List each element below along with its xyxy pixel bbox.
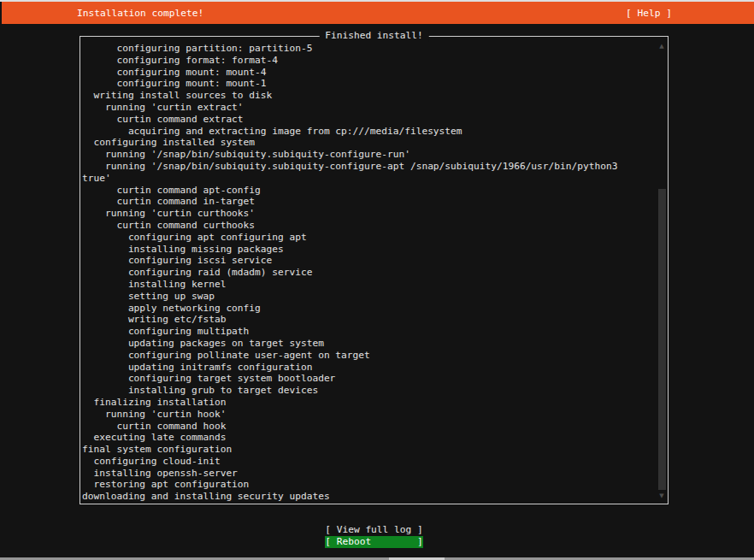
reboot-row: [ Reboot ] bbox=[80, 536, 669, 548]
header-bar: Installation complete! [ Help ] bbox=[2, 2, 754, 24]
help-button[interactable]: [ Help ] bbox=[626, 8, 672, 19]
scroll-down-icon[interactable]: ▼ bbox=[657, 492, 666, 500]
installer-screen: Installation complete! [ Help ] Finished… bbox=[0, 0, 754, 560]
scrollbar-thumb[interactable] bbox=[658, 189, 666, 490]
view-full-log-row: [ View full log ] bbox=[80, 524, 669, 536]
view-full-log-button[interactable]: [ View full log ] bbox=[325, 524, 423, 535]
install-log-text: configuring partition: partition-5 confi… bbox=[80, 37, 668, 503]
scroll-up-icon[interactable]: ▲ bbox=[657, 42, 666, 50]
finished-install-panel: Finished install! configuring partition:… bbox=[80, 36, 669, 504]
reboot-button[interactable]: [ Reboot ] bbox=[325, 536, 423, 548]
page-title: Installation complete! bbox=[77, 8, 203, 19]
install-log-view[interactable]: configuring partition: partition-5 confi… bbox=[80, 37, 668, 504]
